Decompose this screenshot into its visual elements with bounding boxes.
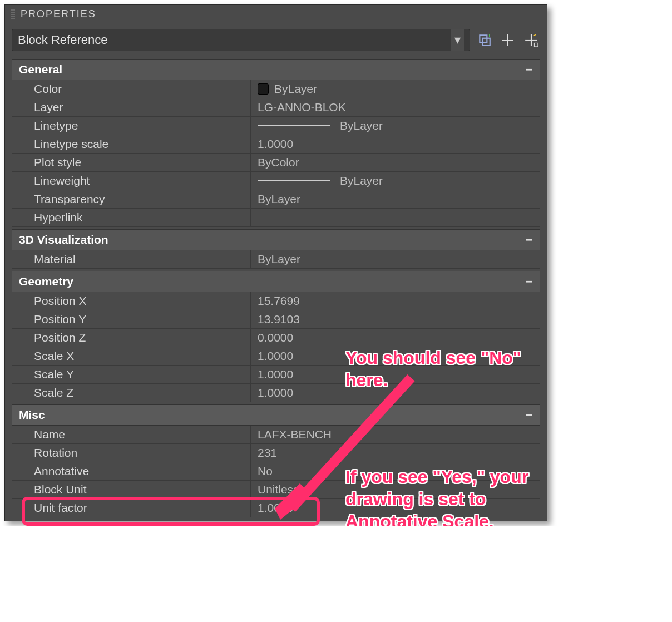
row-linetype: Linetype ByLayer [12,117,540,135]
sections: General − Color ByLayer Layer LG-ANNO-BL… [5,59,547,521]
row-posz: Position Z 0.0000 [12,329,540,347]
quick-select-icon[interactable] [522,31,540,49]
annotation-text-2: If you see "Yes," your drawing is set to… [345,466,557,526]
label-sy: Scale Y [12,366,251,383]
toolbar: Block Reference ▾ + [5,23,547,57]
section-general-title: General [19,63,62,76]
row-layer: Layer LG-ANNO-BLOK [12,98,540,117]
label-unit-factor: Unit factor [12,499,251,517]
label-layer: Layer [12,98,251,116]
row-material: Material ByLayer [12,250,540,269]
value-lineweight[interactable]: ByLayer [251,172,540,190]
label-linetype: Linetype [12,117,251,135]
panel-header: PROPERTIES [5,5,547,23]
select-objects-icon[interactable] [499,31,517,49]
svg-text:+: + [487,33,491,39]
panel-title: PROPERTIES [21,8,96,20]
section-geometry-title: Geometry [19,275,73,288]
value-posz[interactable]: 0.0000 [251,329,540,347]
toggle-pickadd-icon[interactable]: + [476,31,493,49]
label-lineweight: Lineweight [12,172,251,190]
section-misc-title: Misc [19,408,45,422]
section-viz-header[interactable]: 3D Visualization − [12,229,540,250]
label-hyperlink: Hyperlink [12,209,251,226]
value-color[interactable]: ByLayer [251,80,540,98]
linetype-preview-icon [258,125,330,126]
properties-panel: PROPERTIES Block Reference ▾ + General −… [4,4,547,521]
value-transparency[interactable]: ByLayer [251,190,540,208]
label-posy: Position Y [12,310,251,328]
row-linetype-scale: Linetype scale 1.0000 [12,135,540,154]
section-viz-title: 3D Visualization [19,233,108,246]
row-color: Color ByLayer [12,80,540,98]
collapse-icon[interactable]: − [525,232,533,248]
collapse-icon[interactable]: − [525,407,533,423]
label-plot-style: Plot style [12,154,251,171]
label-transparency: Transparency [12,190,251,208]
row-rotation: Rotation 231 [12,444,540,462]
grip-icon[interactable] [11,9,15,19]
section-general-header[interactable]: General − [12,59,540,80]
value-plot-style[interactable]: ByColor [251,154,540,171]
label-sx: Scale X [12,347,251,365]
row-posy: Position Y 13.9103 [12,310,540,329]
label-color: Color [12,80,251,98]
value-linetype[interactable]: ByLayer [251,117,540,135]
row-plot-style: Plot style ByColor [12,154,540,172]
label-posz: Position Z [12,329,251,347]
label-annotative: Annotative [12,462,251,480]
svg-rect-7 [534,43,538,47]
row-posx: Position X 15.7699 [12,292,540,310]
label-linetype-scale: Linetype scale [12,135,251,153]
label-material: Material [12,250,251,268]
annotation-text-1: You should see "No" here. [345,347,546,391]
value-posx[interactable]: 15.7699 [251,292,540,310]
object-type-selector[interactable]: Block Reference ▾ [12,29,470,51]
value-material[interactable]: ByLayer [251,250,540,268]
row-lineweight: Lineweight ByLayer [12,172,540,190]
row-hyperlink: Hyperlink [12,209,540,227]
lineweight-preview-icon [258,180,330,181]
row-transparency: Transparency ByLayer [12,190,540,209]
collapse-icon[interactable]: − [525,62,533,77]
label-name: Name [12,426,251,443]
label-rotation: Rotation [12,444,251,462]
section-geometry-header[interactable]: Geometry − [12,271,540,292]
object-type-label: Block Reference [18,33,107,47]
label-block-unit: Block Unit [12,481,251,498]
section-misc-header[interactable]: Misc − [12,404,540,426]
label-posx: Position X [12,292,251,310]
value-layer[interactable]: LG-ANNO-BLOK [251,98,540,116]
color-swatch-icon [258,83,269,95]
value-posy[interactable]: 13.9103 [251,310,540,328]
row-name: Name LAFX-BENCH [12,426,540,444]
label-sz: Scale Z [12,384,251,402]
chevron-down-icon[interactable]: ▾ [451,29,464,51]
collapse-icon[interactable]: − [525,274,533,289]
value-linetype-scale[interactable]: 1.0000 [251,135,540,153]
value-hyperlink[interactable] [251,209,540,226]
value-name[interactable]: LAFX-BENCH [251,426,540,443]
value-rotation[interactable]: 231 [251,444,540,462]
